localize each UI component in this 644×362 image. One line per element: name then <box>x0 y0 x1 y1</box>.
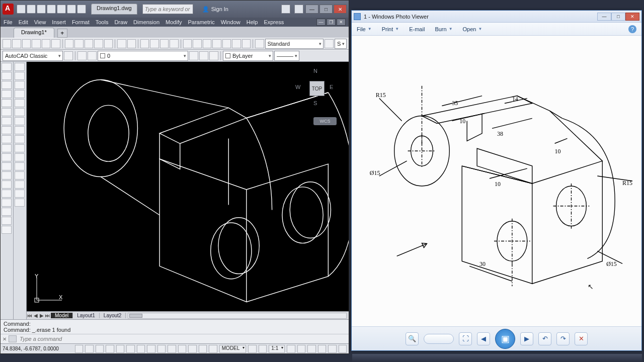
keyword-search[interactable] <box>142 4 193 14</box>
wpv-menu-file[interactable]: File▼ <box>357 26 372 32</box>
rotate-ccw-button[interactable]: ↶ <box>538 332 551 345</box>
tab-first[interactable]: ⏮ <box>27 313 33 318</box>
wpv-minimize[interactable]: — <box>597 13 611 21</box>
viewcube-s[interactable]: S <box>313 100 317 106</box>
file-tab-drawing1[interactable]: Drawing1* <box>14 28 54 38</box>
menu-help[interactable]: Help <box>247 19 258 25</box>
wpv-menu-burn[interactable]: Burn▼ <box>435 26 452 32</box>
dimstyle-icon[interactable] <box>325 39 333 48</box>
rectangle-icon[interactable] <box>2 99 12 107</box>
mdi-close[interactable]: ✕ <box>337 19 346 26</box>
tbl-icon[interactable] <box>183 39 192 48</box>
layer-off-icon[interactable] <box>189 51 198 60</box>
menu-express[interactable]: Express <box>264 19 284 25</box>
tab-prev[interactable]: ◀ <box>33 313 39 318</box>
wpv-image-area[interactable]: R15 35 10 14 38 10 10 Ø15 R15 Ø15 30 <box>352 36 641 326</box>
anno-scale-dropdown[interactable]: 1:1 <box>269 345 285 353</box>
stretch-icon[interactable] <box>15 135 25 143</box>
tab-layout2[interactable]: Layout2 <box>100 313 126 318</box>
chamfer-icon[interactable] <box>15 180 25 189</box>
ws-icon[interactable] <box>297 345 305 353</box>
plot2-icon[interactable] <box>32 39 40 48</box>
extend-icon[interactable] <box>15 153 25 161</box>
standard-dd[interactable]: S <box>335 39 347 49</box>
tab-model[interactable]: Model <box>51 313 73 318</box>
menu-tools[interactable]: Tools <box>96 19 109 25</box>
new-icon[interactable] <box>17 5 26 14</box>
lwt-icon[interactable] <box>168 345 176 353</box>
spline-icon[interactable] <box>2 135 12 143</box>
mdi-restore[interactable]: ❐ <box>327 19 336 26</box>
viewcube-e[interactable]: E <box>330 84 333 90</box>
anno-icon[interactable] <box>287 345 295 353</box>
menu-format[interactable]: Format <box>72 19 90 25</box>
circle-icon[interactable] <box>2 117 12 125</box>
redo2-icon[interactable] <box>127 39 136 48</box>
grid-icon[interactable] <box>248 345 256 353</box>
gridmode-icon[interactable] <box>85 345 93 353</box>
sign-in[interactable]: 👤 Sign In <box>202 6 228 13</box>
menu-window[interactable]: Window <box>221 19 240 25</box>
exchange-icon[interactable] <box>281 5 290 14</box>
workspace-settings-icon[interactable] <box>64 51 73 60</box>
revcloud-icon[interactable] <box>2 126 12 134</box>
addsel-icon[interactable] <box>2 226 12 234</box>
snapmode-icon[interactable] <box>75 345 83 353</box>
layer-lock-icon[interactable] <box>209 51 218 60</box>
mirror-icon[interactable] <box>15 81 25 89</box>
menu-parametric[interactable]: Parametric <box>188 19 214 25</box>
workspace-dropdown[interactable]: AutoCAD Classic <box>3 51 63 61</box>
menu-dimension[interactable]: Dimension <box>133 19 159 25</box>
layerstate-icon[interactable] <box>88 51 97 60</box>
zoom-window-icon[interactable] <box>160 39 169 48</box>
viewcube-w[interactable]: W <box>295 84 300 90</box>
pan-icon[interactable] <box>140 39 149 48</box>
sc-icon[interactable] <box>199 345 207 353</box>
wpv-menu-print[interactable]: Print▼ <box>382 26 399 32</box>
3dosnap-icon[interactable] <box>126 345 134 353</box>
text-style-dropdown[interactable]: Standard <box>265 39 324 49</box>
erase-icon[interactable] <box>15 63 25 71</box>
textstyle-icon[interactable] <box>255 39 264 48</box>
wcs-badge[interactable]: WCS <box>313 117 337 125</box>
prev-button[interactable]: ◀ <box>477 332 490 345</box>
trim-icon[interactable] <box>15 144 25 152</box>
cut-icon[interactable] <box>65 39 73 48</box>
offset-icon[interactable] <box>15 90 25 98</box>
osnap-icon[interactable] <box>116 345 124 353</box>
arc-icon[interactable] <box>2 108 12 116</box>
region-icon[interactable] <box>2 199 12 207</box>
polar-icon[interactable] <box>106 345 114 353</box>
zoom-icon[interactable] <box>150 39 158 48</box>
save-file-icon[interactable] <box>22 39 31 48</box>
hw-icon[interactable] <box>318 345 326 353</box>
redo-icon[interactable] <box>77 5 86 14</box>
next-button[interactable]: ▶ <box>520 332 533 345</box>
zoom-prev-icon[interactable] <box>170 39 178 48</box>
point-icon[interactable] <box>2 171 12 179</box>
fillet-icon[interactable] <box>15 190 25 198</box>
tbl5-icon[interactable] <box>222 39 231 48</box>
otrack-icon[interactable] <box>137 345 145 353</box>
publish-icon[interactable] <box>51 39 60 48</box>
tbl6-icon[interactable] <box>232 39 240 48</box>
open-file-icon[interactable] <box>12 39 21 48</box>
ellipse-icon[interactable] <box>2 144 12 152</box>
cmd-close-icon[interactable]: ✕ <box>3 336 7 342</box>
mdi-minimize[interactable]: — <box>316 19 326 26</box>
help2-icon[interactable] <box>242 39 251 48</box>
menu-modify[interactable]: Modify <box>166 19 182 25</box>
ducs-icon[interactable] <box>147 345 155 353</box>
paintbrush-icon[interactable] <box>104 39 113 48</box>
menu-insert[interactable]: Insert <box>52 19 66 25</box>
tbl3-icon[interactable] <box>203 39 211 48</box>
wpv-close[interactable]: ✕ <box>625 13 639 21</box>
slideshow-button[interactable]: ▣ <box>495 329 515 349</box>
fit-button[interactable]: ⛶ <box>459 332 472 345</box>
delete-button[interactable]: ✕ <box>575 332 588 345</box>
tbl2-icon[interactable] <box>193 39 201 48</box>
tab-next[interactable]: ▶ <box>39 313 45 318</box>
menu-edit[interactable]: Edit <box>19 19 28 25</box>
new-file-icon[interactable] <box>3 39 11 48</box>
layer-dropdown[interactable]: 0 <box>98 51 188 61</box>
